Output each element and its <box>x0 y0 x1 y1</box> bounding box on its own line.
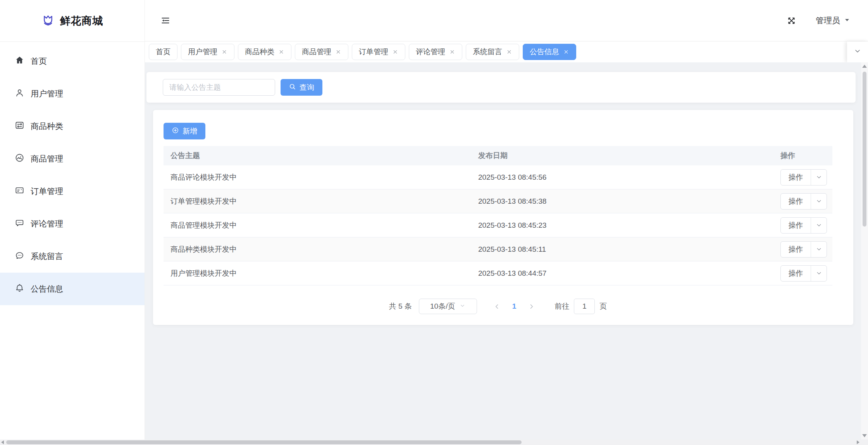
sidebar-item-label: 首页 <box>31 56 47 67</box>
table-row: 订单管理模块开发中 2025-03-13 08:45:38 操作 <box>164 189 832 213</box>
prev-page-button[interactable] <box>488 303 506 310</box>
tab-label: 用户管理 <box>188 47 217 57</box>
vertical-scrollbar[interactable] <box>861 62 868 440</box>
tab-close-icon[interactable] <box>278 49 284 55</box>
content-area: 查询 新增 公告主题 发布日期 操作 <box>145 62 868 440</box>
sidebar-item-orders[interactable]: 订单管理 <box>0 175 145 208</box>
user-menu[interactable]: 管理员 <box>816 15 850 26</box>
sidebar-collapse-button[interactable] <box>160 15 170 26</box>
comment-icon <box>15 218 24 230</box>
scroll-left-arrow[interactable] <box>1 440 4 444</box>
cell-action: 操作 <box>773 213 832 237</box>
tab-close-icon[interactable] <box>563 49 569 55</box>
sidebar-nav: 首页 用户管理 商品种类 商品管理 <box>0 42 145 305</box>
cell-action: 操作 <box>773 189 832 213</box>
tab-messages[interactable]: 系统留言 <box>466 44 519 60</box>
caret-down-icon <box>844 16 850 25</box>
tab-users[interactable]: 用户管理 <box>181 44 234 60</box>
page-size-value: 10条/页 <box>430 301 455 311</box>
pagination-total: 共 5 条 <box>389 301 412 311</box>
row-action-button[interactable]: 操作 <box>780 217 827 234</box>
goods-icon <box>15 153 24 165</box>
cell-date: 2025-03-13 08:45:23 <box>471 213 773 237</box>
row-action-button[interactable]: 操作 <box>780 193 827 210</box>
add-button-label: 新增 <box>183 126 197 136</box>
tab-goods[interactable]: 商品管理 <box>295 44 348 60</box>
goto-page-input[interactable] <box>574 299 595 314</box>
tab-label: 首页 <box>156 47 170 57</box>
sidebar-item-label: 用户管理 <box>31 88 63 99</box>
tabs-overflow-button[interactable] <box>847 41 868 62</box>
chevron-down-icon[interactable] <box>811 270 827 277</box>
home-icon <box>15 55 24 67</box>
user-icon <box>15 88 24 100</box>
add-button[interactable]: 新增 <box>164 123 205 139</box>
cell-date: 2025-03-13 08:45:11 <box>471 237 773 261</box>
search-button[interactable]: 查询 <box>281 79 322 96</box>
sidebar-item-goods[interactable]: 商品管理 <box>0 143 145 175</box>
tab-categories[interactable]: 商品种类 <box>238 44 291 60</box>
tab-label: 评论管理 <box>416 47 445 57</box>
sidebar: 鲜花商城 首页 用户管理 商品种类 <box>0 0 145 440</box>
tab-close-icon[interactable] <box>449 49 455 55</box>
scroll-down-arrow[interactable] <box>862 434 867 437</box>
search-panel: 查询 <box>146 72 856 103</box>
sidebar-item-users[interactable]: 用户管理 <box>0 77 145 110</box>
tulip-logo-icon <box>41 14 55 28</box>
chevron-down-icon <box>460 302 465 311</box>
tab-comments[interactable]: 评论管理 <box>409 44 462 60</box>
chevron-down-icon[interactable] <box>811 246 827 253</box>
sidebar-item-messages[interactable]: 系统留言 <box>0 240 145 273</box>
chevron-down-icon[interactable] <box>811 174 827 180</box>
next-page-button[interactable] <box>522 303 541 310</box>
sidebar-item-home[interactable]: 首页 <box>0 45 145 77</box>
tab-close-icon[interactable] <box>221 49 227 55</box>
sidebar-item-announcements[interactable]: 公告信息 <box>0 273 145 305</box>
sidebar-item-label: 评论管理 <box>31 218 63 229</box>
chevron-down-icon[interactable] <box>811 222 827 229</box>
page-number-1[interactable]: 1 <box>506 302 523 311</box>
sidebar-item-categories[interactable]: 商品种类 <box>0 110 145 143</box>
tab-close-icon[interactable] <box>335 49 341 55</box>
sidebar-item-label: 订单管理 <box>31 186 63 197</box>
cell-date: 2025-03-13 08:45:38 <box>471 189 773 213</box>
action-label: 操作 <box>781 244 811 254</box>
sidebar-item-label: 公告信息 <box>31 283 63 294</box>
vertical-scrollbar-thumb[interactable] <box>863 72 866 227</box>
announcement-table: 公告主题 发布日期 操作 商品评论模块开发中 2025-03-13 08:45:… <box>164 146 832 285</box>
announcement-panel: 新增 公告主题 发布日期 操作 商品评论模块开发中 20 <box>153 110 853 325</box>
scroll-right-arrow[interactable] <box>857 440 859 444</box>
pagination: 共 5 条 10条/页 1 前往 <box>164 299 832 314</box>
row-action-button[interactable]: 操作 <box>780 265 827 282</box>
app-root: 鲜花商城 首页 用户管理 商品种类 <box>0 0 868 440</box>
action-label: 操作 <box>781 196 811 206</box>
plus-circle-icon <box>172 127 179 136</box>
search-icon <box>289 83 296 92</box>
tab-label: 商品种类 <box>245 47 274 57</box>
tab-orders[interactable]: 订单管理 <box>352 44 405 60</box>
chevron-down-icon <box>854 47 861 57</box>
sidebar-item-comments[interactable]: 评论管理 <box>0 208 145 240</box>
cell-subject: 商品评论模块开发中 <box>164 165 471 189</box>
page-size-select[interactable]: 10条/页 <box>419 299 477 314</box>
tab-close-icon[interactable] <box>392 49 398 55</box>
cell-subject: 用户管理模块开发中 <box>164 261 471 285</box>
tab-label: 商品管理 <box>302 47 331 57</box>
tab-close-icon[interactable] <box>506 49 512 55</box>
horizontal-scrollbar[interactable] <box>0 440 868 445</box>
sidebar-item-label: 商品管理 <box>31 153 63 164</box>
horizontal-scrollbar-thumb[interactable] <box>6 440 522 444</box>
tab-announcements[interactable]: 公告信息 <box>523 44 576 60</box>
tabbar: 首页 用户管理 商品种类 商品管理 订单管理 评论管理 <box>145 41 868 62</box>
row-action-button[interactable]: 操作 <box>780 241 827 258</box>
cell-action: 操作 <box>773 261 832 285</box>
cell-subject: 订单管理模块开发中 <box>164 189 471 213</box>
scroll-up-arrow[interactable] <box>862 65 867 68</box>
search-input[interactable] <box>163 79 275 96</box>
chevron-down-icon[interactable] <box>811 198 827 204</box>
fullscreen-button[interactable] <box>787 16 796 26</box>
tab-label: 系统留言 <box>473 47 502 57</box>
tab-home[interactable]: 首页 <box>149 44 177 60</box>
column-header-subject: 公告主题 <box>164 146 471 165</box>
row-action-button[interactable]: 操作 <box>780 169 827 186</box>
